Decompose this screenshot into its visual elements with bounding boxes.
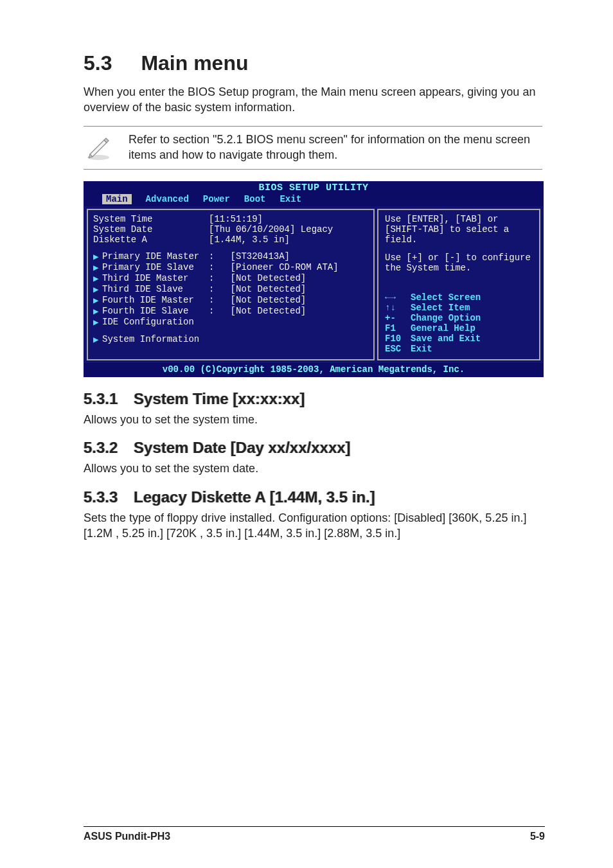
bios-item-label: System Information — [102, 334, 209, 345]
bios-title: BIOS SETUP UTILITY — [84, 182, 543, 194]
bios-submenu-list: ▶ System Information — [93, 334, 368, 345]
section-number: 5.3.2 — [84, 439, 118, 456]
triangle-icon: ▶ — [93, 306, 102, 317]
bios-submenu[interactable]: ▶ System Information — [93, 334, 368, 345]
section-number: 5.3.1 — [84, 390, 118, 407]
bios-submenu[interactable]: ▶ IDE Configuration — [93, 317, 368, 328]
bios-item-label: Third IDE Master — [102, 273, 209, 284]
section-number: 5.3.3 — [84, 488, 118, 506]
footer-page-number: 5-9 — [530, 831, 545, 842]
bios-help-pane: Use [ENTER], [TAB] or [SHIFT-TAB] to sel… — [377, 209, 540, 360]
section-body: Allows you to set the system time. — [84, 412, 542, 427]
bios-help-text: Use [+] or [-] to configure the System t… — [385, 252, 533, 273]
bios-item-label: Primary IDE Slave — [102, 262, 209, 273]
note-block: Refer to section "5.2.1 BIOS menu screen… — [84, 126, 542, 170]
pencil-icon — [84, 132, 113, 163]
bios-item-value: [Not Detected] — [231, 295, 306, 306]
triangle-icon: ▶ — [93, 295, 102, 306]
bios-keymap-row: ESCExit — [385, 344, 533, 354]
bios-tab-boot[interactable]: Boot — [244, 194, 266, 204]
section-title: Legacy Diskette A [1.44M, 3.5 in.] — [134, 488, 375, 506]
bios-keymap-row: ←→Select Screen — [385, 292, 533, 303]
bios-item-value: [Not Detected] — [231, 273, 306, 284]
bios-item-label: System Date — [93, 224, 209, 235]
bios-tab-power[interactable]: Power — [203, 194, 230, 204]
bios-keymap-row: F1General Help — [385, 323, 533, 333]
heading-title: Main menu — [141, 51, 248, 75]
triangle-icon: ▶ — [93, 273, 102, 284]
bios-submenu-list: ▶ Primary IDE Master : [ST320413A] ▶ Pri… — [93, 251, 368, 328]
section-title: System Time [xx:xx:xx] — [134, 390, 305, 407]
bios-submenu[interactable]: ▶ Third IDE Master : [Not Detected] — [93, 273, 368, 284]
bios-submenu[interactable]: ▶ Primary IDE Master : [ST320413A] — [93, 251, 368, 262]
triangle-icon: ▶ — [93, 251, 102, 262]
bios-item-value: [11:51:19] — [209, 214, 263, 224]
bios-tab-exit[interactable]: Exit — [280, 194, 301, 204]
bios-submenu[interactable]: ▶ Third IDE Slave : [Not Detected] — [93, 284, 368, 295]
bios-item-value: [1.44M, 3.5 in] — [209, 235, 290, 245]
note-text: Refer to section "5.2.1 BIOS menu screen… — [129, 132, 542, 163]
bios-tab-main[interactable]: Main — [102, 194, 132, 204]
bios-keymap-row: ↑↓Select Item — [385, 303, 533, 313]
bios-item[interactable]: Diskette A [1.44M, 3.5 in] — [93, 235, 368, 245]
bios-help-text: Use [ENTER], [TAB] or [SHIFT-TAB] to sel… — [385, 214, 533, 245]
triangle-icon: ▶ — [93, 334, 102, 345]
bios-screenshot: BIOS SETUP UTILITY Main Advanced Power B… — [84, 181, 544, 377]
bios-body: System Time [11:51:19] System Date [Thu … — [84, 206, 543, 363]
page-heading: 5.3 Main menu — [84, 51, 542, 75]
bios-submenu[interactable]: ▶ Primary IDE Slave : [Pioneer CD-ROM AT… — [93, 262, 368, 273]
bios-menubar: Main Advanced Power Boot Exit — [84, 194, 543, 206]
bios-item-label: Fourth IDE Slave — [102, 306, 209, 317]
bios-item-value: [Thu 06/10/2004] Legacy — [209, 224, 333, 235]
bios-left-pane: System Time [11:51:19] System Date [Thu … — [87, 209, 375, 360]
bios-keymap: ←→Select Screen ↑↓Select Item +-Change O… — [385, 292, 533, 354]
section-heading: 5.3.1 System Time [xx:xx:xx] — [84, 390, 542, 408]
section-body: Sets the type of floppy drive installed.… — [84, 510, 542, 542]
heading-number: 5.3 — [84, 51, 112, 75]
section-body: Allows you to set the system date. — [84, 461, 542, 476]
bios-item-label: Fourth IDE Master — [102, 295, 209, 306]
bios-keymap-row: F10Save and Exit — [385, 333, 533, 344]
bios-item-value: [Pioneer CD-ROM ATA] — [231, 262, 339, 273]
bios-item-value: [Not Detected] — [231, 306, 306, 317]
section-heading: 5.3.3 Legacy Diskette A [1.44M, 3.5 in.] — [84, 488, 542, 506]
bios-item-label: Diskette A — [93, 235, 209, 245]
triangle-icon: ▶ — [93, 262, 102, 273]
bios-item-label: IDE Configuration — [102, 317, 209, 328]
triangle-icon: ▶ — [93, 284, 102, 295]
bios-item-label: Third IDE Slave — [102, 284, 209, 295]
bios-keymap-row: +-Change Option — [385, 313, 533, 323]
bios-item[interactable]: System Time [11:51:19] — [93, 214, 368, 224]
bios-item-label: Primary IDE Master — [102, 251, 209, 262]
bios-copyright: v00.00 (C)Copyright 1985-2003, American … — [84, 363, 543, 376]
bios-item-value: [ST320413A] — [231, 251, 290, 262]
section-heading: 5.3.2 System Date [Day xx/xx/xxxx] — [84, 439, 542, 457]
page-footer: ASUS Pundit-PH3 5-9 — [84, 826, 545, 842]
section-title: System Date [Day xx/xx/xxxx] — [134, 439, 351, 456]
footer-product: ASUS Pundit-PH3 — [84, 831, 170, 842]
bios-item-label: System Time — [93, 214, 209, 224]
bios-tab-advanced[interactable]: Advanced — [146, 194, 189, 204]
triangle-icon: ▶ — [93, 317, 102, 328]
bios-submenu[interactable]: ▶ Fourth IDE Master : [Not Detected] — [93, 295, 368, 306]
bios-item[interactable]: System Date [Thu 06/10/2004] Legacy — [93, 224, 368, 235]
bios-submenu[interactable]: ▶ Fourth IDE Slave : [Not Detected] — [93, 306, 368, 317]
bios-item-value: [Not Detected] — [231, 284, 306, 295]
intro-paragraph: When you enter the BIOS Setup program, t… — [84, 84, 542, 116]
